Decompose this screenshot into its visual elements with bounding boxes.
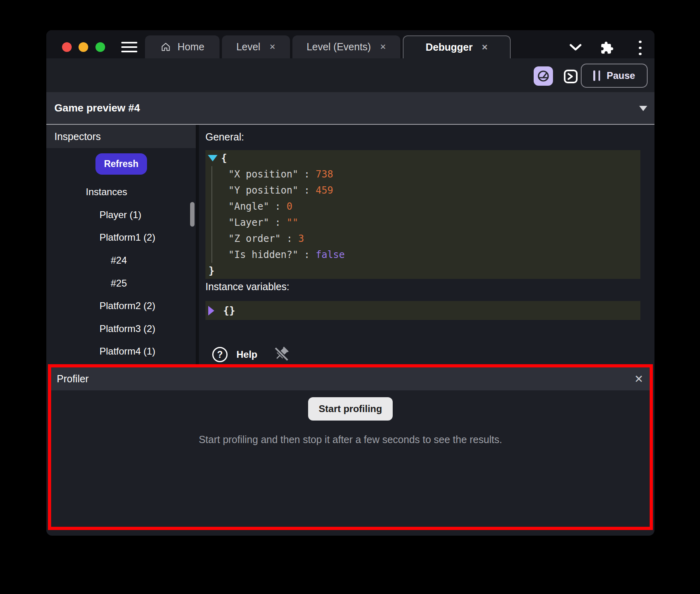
profiler-body: Start profiling Start profiling and then…: [51, 390, 650, 527]
extensions-puzzle-icon[interactable]: [600, 41, 614, 55]
json-key: "Z order": [228, 233, 281, 244]
tree-item-platform4-1[interactable]: Platform4 (1): [46, 340, 196, 363]
json-value: 459: [316, 185, 333, 196]
close-brace: }: [209, 265, 214, 276]
json-property-row: "Angle" : 0: [228, 198, 640, 214]
general-label: General:: [205, 131, 244, 143]
instances-tree: InstancesPlayer (1)Platform1 (2)#24#25Pl…: [46, 181, 196, 363]
inspectors-sidebar: Inspectors Refresh InstancesPlayer (1)Pl…: [46, 125, 196, 364]
dropdown-caret-icon[interactable]: [639, 106, 647, 111]
content-area: Inspectors Refresh InstancesPlayer (1)Pl…: [46, 125, 654, 364]
profiler-speedometer-button[interactable]: [534, 66, 553, 86]
json-entries: "X position" : 738"Y position" : 459"Ang…: [211, 166, 640, 263]
json-value: 738: [316, 169, 333, 180]
app-window: HomeLevel✕Level (Events)✕Debugger✕ Paus: [46, 30, 654, 536]
instance-variables-view: {}: [205, 301, 640, 320]
profiler-panel: Profiler ✕ Start profiling Start profili…: [48, 364, 653, 530]
tree-item-24[interactable]: #24: [46, 249, 196, 272]
sidebar-scrollbar-thumb[interactable]: [190, 202, 195, 227]
help-question-icon[interactable]: ?: [212, 347, 228, 362]
variables-value: {}: [223, 305, 235, 316]
json-colon: :: [269, 201, 286, 212]
json-colon: :: [269, 217, 286, 228]
refresh-button[interactable]: Refresh: [95, 153, 147, 175]
json-value: 3: [298, 233, 304, 244]
tree-item-platform2-2[interactable]: Platform2 (2): [46, 295, 196, 318]
collapse-triangle-icon[interactable]: [208, 155, 217, 161]
json-colon: :: [281, 233, 298, 244]
tree-item-player-1[interactable]: Player (1): [46, 204, 196, 227]
json-colon: :: [298, 249, 315, 260]
window-minimize-button[interactable]: [79, 42, 88, 52]
tab-label: Level: [236, 41, 261, 53]
pause-button[interactable]: Pause: [581, 64, 648, 88]
json-colon: :: [298, 185, 315, 196]
json-property-row: "Z order" : 3: [228, 231, 640, 247]
game-preview-title: Game preview #4: [54, 102, 140, 114]
tab-close-icon[interactable]: ✕: [269, 43, 275, 51]
titlebar: HomeLevel✕Level (Events)✕Debugger✕: [46, 30, 654, 58]
json-key: "X position": [228, 169, 298, 180]
help-row: ? Help: [212, 346, 290, 363]
inspectors-header: Inspectors: [46, 125, 196, 148]
json-property-row: "X position" : 738: [228, 166, 640, 182]
pause-icon: [593, 70, 600, 81]
json-key: "Y position": [228, 185, 298, 196]
window-zoom-button[interactable]: [95, 42, 105, 52]
json-value: 0: [287, 201, 292, 212]
tab-close-icon[interactable]: ✕: [380, 43, 386, 51]
json-colon: :: [298, 169, 315, 180]
more-options-icon[interactable]: [635, 41, 645, 55]
tree-item-platform3-2[interactable]: Platform3 (2): [46, 318, 196, 340]
game-preview-selector[interactable]: Game preview #4: [46, 92, 654, 125]
chevron-down-icon[interactable]: [568, 41, 583, 54]
tab-label: Debugger: [426, 41, 473, 53]
tab-debugger[interactable]: Debugger✕: [403, 35, 511, 58]
tab-strip: HomeLevel✕Level (Events)✕Debugger✕: [145, 35, 511, 58]
tree-item-platform1-2[interactable]: Platform1 (2): [46, 226, 196, 249]
tab-label: Home: [178, 41, 205, 53]
tab-label: Level (Events): [307, 41, 371, 53]
json-property-row: "Y position" : 459: [228, 182, 640, 198]
json-value: "": [287, 217, 298, 228]
json-value: false: [316, 249, 345, 260]
tree-item-25[interactable]: #25: [46, 272, 196, 295]
inspector-panel: General: { "X position" : 738"Y position…: [199, 125, 654, 364]
tab-level-events[interactable]: Level (Events)✕: [292, 35, 400, 58]
json-key: "Is hidden?": [228, 249, 298, 260]
tab-level[interactable]: Level✕: [222, 35, 290, 58]
debugger-toolbar: Pause: [46, 58, 654, 92]
json-key: "Angle": [228, 201, 269, 212]
json-key: "Layer": [228, 217, 269, 228]
instance-variables-label: Instance variables:: [205, 281, 289, 293]
profiler-hint-text: Start profiling and then stop it after a…: [51, 434, 650, 446]
help-label[interactable]: Help: [236, 349, 257, 360]
expand-triangle-icon[interactable]: [208, 306, 214, 316]
home-icon: [160, 41, 171, 52]
general-json-view: { "X position" : 738"Y position" : 459"A…: [205, 150, 640, 279]
window-close-button[interactable]: [62, 42, 72, 52]
pin-off-icon[interactable]: [273, 346, 290, 363]
console-button[interactable]: [562, 68, 580, 85]
tab-home[interactable]: Home: [145, 35, 220, 58]
start-profiling-button[interactable]: Start profiling: [308, 397, 393, 421]
profiler-title: Profiler: [57, 367, 89, 390]
panel-divider: [196, 125, 199, 364]
json-property-row: "Layer" : "": [228, 214, 640, 231]
open-brace: {: [221, 153, 227, 164]
json-property-row: "Is hidden?" : false: [228, 247, 640, 263]
close-icon[interactable]: ✕: [632, 372, 646, 386]
profiler-header: Profiler ✕: [51, 367, 650, 390]
menu-icon[interactable]: [121, 42, 137, 52]
pause-label: Pause: [607, 70, 635, 81]
tree-item-instances[interactable]: Instances: [46, 181, 196, 204]
tab-close-icon[interactable]: ✕: [481, 43, 488, 51]
